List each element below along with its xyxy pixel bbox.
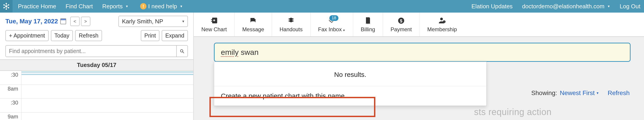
nav-user-menu[interactable]: doctordemo@elationhealth.com ▼ <box>522 3 610 10</box>
membership-button[interactable]: Membership <box>420 13 464 36</box>
svg-line-8 <box>183 52 184 53</box>
fax-inbox-button[interactable]: 18 Fax Inbox▼ <box>310 13 353 36</box>
toolbar-label: Fax Inbox▼ <box>318 26 345 33</box>
handouts-icon <box>287 16 295 25</box>
provider-select[interactable]: Karly Smith, NP ▼ <box>118 16 188 27</box>
message-icon <box>249 16 257 25</box>
caret-down-icon: ▼ <box>596 91 599 95</box>
time-label: :30 <box>0 99 22 112</box>
time-slot[interactable] <box>22 112 193 120</box>
day-header: Tuesday 05/17 <box>0 59 193 71</box>
time-slot[interactable] <box>22 85 193 98</box>
nav-reports[interactable]: Reports ▼ <box>102 3 128 10</box>
sort-dropdown[interactable]: Newest First ▼ <box>560 89 599 97</box>
payment-button[interactable]: $ Payment <box>383 13 420 36</box>
next-day-button[interactable]: > <box>81 17 90 26</box>
time-slot[interactable] <box>22 99 193 112</box>
main-panel: New Chart Message Handouts 18 Fax Inbox▼… <box>194 13 644 120</box>
nav-user-email: doctordemo@elationhealth.com <box>522 3 604 10</box>
handouts-button[interactable]: Handouts <box>272 13 310 36</box>
message-button[interactable]: Message <box>234 13 272 36</box>
svg-point-11 <box>440 18 443 21</box>
add-appointment-button[interactable]: + Appointment <box>6 30 49 41</box>
nav-practice-home[interactable]: Practice Home <box>18 3 56 10</box>
new-chart-button[interactable]: New Chart <box>194 13 234 36</box>
alert-icon: ! <box>140 3 146 10</box>
current-date[interactable]: Tue, May 17, 2022 <box>6 18 66 25</box>
nav-find-chart[interactable]: Find Chart <box>66 3 93 10</box>
prev-day-button[interactable]: < <box>70 17 80 26</box>
top-nav: Practice Home Find Chart Reports ▼ ! I n… <box>0 0 644 13</box>
svg-point-3 <box>4 5 4 6</box>
fax-badge: 18 <box>329 15 339 21</box>
svg-point-1 <box>6 3 7 4</box>
caret-down-icon: ▼ <box>180 5 183 8</box>
current-date-label: Tue, May 17, 2022 <box>6 18 58 25</box>
svg-point-2 <box>6 9 7 10</box>
list-controls: Showing: Newest First ▼ Refresh <box>531 89 630 97</box>
svg-point-6 <box>8 5 9 6</box>
nav-reports-label: Reports <box>102 3 123 10</box>
time-grid: :30 8am :30 9am <box>0 71 193 120</box>
schedule-sidebar: Tue, May 17, 2022 < > Karly Smith, NP ▼ … <box>0 13 194 120</box>
time-label: 8am <box>0 85 22 98</box>
svg-point-4 <box>8 7 9 8</box>
toolbar-label: Membership <box>428 26 457 33</box>
find-appointments-search-button[interactable] <box>176 46 188 57</box>
section-heading-fragment: sts requiring action <box>474 107 552 117</box>
payment-icon: $ <box>397 16 405 25</box>
nav-help[interactable]: ! I need help ▼ <box>138 3 183 10</box>
print-button[interactable]: Print <box>141 30 160 41</box>
search-dropdown: No results. Create a new patient chart w… <box>214 62 486 106</box>
find-appointments-input[interactable] <box>6 46 176 57</box>
toolbar-label: Billing <box>361 26 375 33</box>
toolbar-label: New Chart <box>201 26 227 33</box>
nav-logout[interactable]: Log Out <box>620 3 640 10</box>
toolbar-label: Handouts <box>280 26 303 33</box>
expand-button[interactable]: Expand <box>162 30 188 41</box>
toolbar-label: Message <box>242 26 264 33</box>
calendar-icon[interactable] <box>60 19 66 24</box>
caret-down-icon: ▼ <box>343 29 345 32</box>
brand-logo[interactable] <box>0 0 12 13</box>
chevron-down-icon: ▼ <box>182 20 185 23</box>
search-icon <box>180 49 184 54</box>
caret-down-icon: ▼ <box>125 5 128 8</box>
main-toolbar: New Chart Message Handouts 18 Fax Inbox▼… <box>194 13 644 37</box>
new-chart-icon <box>210 16 218 25</box>
toolbar-label: Payment <box>390 26 412 33</box>
svg-point-7 <box>180 49 183 52</box>
svg-text:$: $ <box>400 19 402 23</box>
search-term-rest: swan <box>238 48 258 56</box>
svg-point-5 <box>4 7 4 8</box>
membership-icon <box>438 16 446 25</box>
time-slot[interactable] <box>22 71 193 84</box>
svg-point-0 <box>6 6 7 7</box>
showing-label: Showing: <box>531 89 557 97</box>
nav-help-label: I need help <box>148 3 177 10</box>
caret-down-icon: ▼ <box>607 5 610 8</box>
refresh-schedule-button[interactable]: Refresh <box>75 30 102 41</box>
search-term-misspelled: emily <box>221 48 238 56</box>
today-button[interactable]: Today <box>51 30 73 41</box>
time-label: :30 <box>0 71 22 84</box>
time-label: 9am <box>0 112 22 120</box>
patient-search-input[interactable]: emily swan <box>214 43 630 62</box>
refresh-list-link[interactable]: Refresh <box>608 89 630 97</box>
nav-updates[interactable]: Elation Updates <box>472 3 513 10</box>
billing-icon <box>364 16 372 25</box>
provider-selected-label: Karly Smith, NP <box>122 18 163 25</box>
create-new-chart-option[interactable]: Create a new patient chart with this nam… <box>214 86 486 106</box>
billing-button[interactable]: Billing <box>353 13 383 36</box>
elation-logo-icon <box>3 3 10 10</box>
no-results-label: No results. <box>214 62 486 86</box>
